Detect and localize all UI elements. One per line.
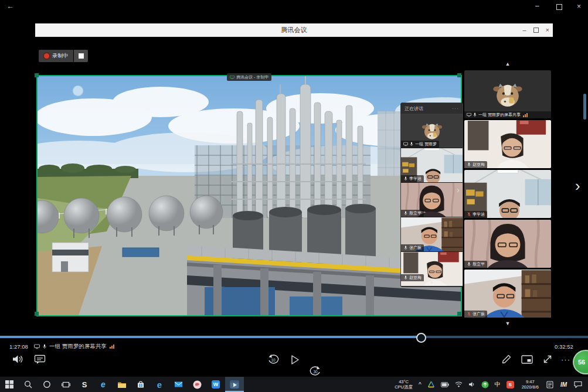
screen-share-icon (230, 75, 234, 80)
chat-bubble-icon (574, 381, 582, 388)
panel-scroll-down-icon[interactable]: ▼ (401, 280, 463, 285)
share-corner-handle (35, 73, 39, 77)
share-corner-handle (457, 73, 461, 77)
os-back-button[interactable]: ← (6, 2, 14, 11)
microsoft-store-icon[interactable] (131, 377, 150, 392)
fullscreen-button[interactable] (542, 354, 553, 364)
more-options-button[interactable]: ··· (561, 355, 570, 364)
participant-video-tile[interactable]: 李学迪 (464, 170, 551, 218)
wifi-tray-icon[interactable] (452, 377, 465, 392)
wps-icon[interactable]: W (206, 377, 225, 392)
mic-icon (403, 275, 408, 280)
share-corner-handle (457, 312, 461, 316)
mic-icon (473, 113, 477, 117)
gpu-tray-icon[interactable] (424, 377, 438, 392)
participant-name: 一组 贾雨梦的屏幕共享 (478, 112, 521, 118)
mic-muted-icon (467, 212, 471, 217)
mic-icon (403, 246, 408, 250)
sidebar-scroll-up-icon[interactable]: ▲ (464, 61, 551, 67)
pink-circle-icon (193, 380, 202, 389)
mic-icon (409, 142, 414, 146)
wifi-icon (455, 381, 463, 387)
mic-icon (403, 176, 408, 181)
stop-icon (79, 53, 84, 59)
internet-explorer-icon[interactable]: e (94, 377, 113, 392)
participant-video-tile[interactable]: 赵亚梅 ▼ (401, 252, 463, 287)
floating-badge[interactable]: 56 (573, 350, 588, 374)
start-button[interactable] (0, 377, 19, 392)
file-explorer-icon[interactable] (113, 377, 131, 392)
participant-video-tile[interactable]: 张广振 (401, 217, 463, 252)
notes-tray-icon[interactable] (543, 377, 556, 392)
os-close-button[interactable]: × (577, 2, 581, 11)
mail-icon[interactable] (169, 377, 188, 392)
s-app-icon[interactable]: S (75, 377, 94, 392)
sogou-tray-icon[interactable]: S (504, 377, 517, 392)
player-app-icon (230, 380, 239, 389)
volume-tray-icon[interactable] (465, 377, 478, 392)
cpu-temperature[interactable]: 43°C CPU温度 (392, 377, 416, 392)
participant-video-tile[interactable]: 张广振 (464, 270, 551, 318)
taskbar-search-button[interactable] (19, 377, 38, 392)
progress-knob[interactable] (416, 333, 426, 343)
os-maximize-icon[interactable] (556, 4, 562, 10)
participant-video-tile[interactable]: 赵亚梅 (464, 120, 551, 168)
tray-expand-button[interactable]: ^ (416, 377, 424, 392)
progress-bar-remaining[interactable] (420, 336, 588, 338)
edge-icon[interactable]: e (150, 377, 169, 392)
task-view-button[interactable] (56, 377, 75, 392)
app-restore-button[interactable] (533, 28, 539, 33)
task-view-icon (62, 381, 70, 388)
participant-label: 李学迪 (401, 175, 424, 182)
speaking-panel-title: 正在讲话 (405, 105, 423, 112)
cortana-icon (43, 380, 51, 388)
cow-avatar (492, 79, 523, 110)
taskbar-clock[interactable]: 9:47 2020/8/6 (517, 377, 543, 392)
scrollbar-thumb[interactable] (583, 94, 586, 120)
os-minimize-button[interactable]: – (535, 2, 539, 10)
green-tray-icon[interactable] (478, 377, 492, 392)
progress-bar-elapsed[interactable] (0, 336, 420, 338)
speaking-panel[interactable]: 正在讲话 ··· 一组 贾雨梦 李学迪 殷立平 张广振 (400, 103, 463, 287)
share-source-tile[interactable]: 一组 贾雨梦的屏幕共享 (464, 70, 551, 118)
speaking-panel-more-icon[interactable]: ··· (452, 105, 459, 111)
participant-name: 殷立平 (473, 261, 485, 267)
battery-tray-icon[interactable] (438, 377, 452, 392)
chat-tray-icon[interactable]: 3 (571, 377, 588, 392)
participant-label: 殷立平 (464, 261, 487, 268)
shared-screen-view[interactable] (36, 75, 462, 316)
app-minimize-button[interactable]: – (522, 26, 526, 33)
chat-button[interactable] (34, 354, 46, 364)
video-player-icon[interactable] (225, 377, 244, 392)
participant-video-tile[interactable]: 李学迪 (401, 148, 463, 183)
rewind-10-button[interactable]: 10 (267, 354, 280, 366)
app-title: 腾讯会议 (281, 26, 307, 35)
pencil-icon (501, 354, 512, 364)
participant-video-tile[interactable]: 殷立平 (464, 220, 551, 268)
participant-name: 殷立平 (409, 210, 422, 216)
ime-indicator[interactable]: 中 (492, 377, 504, 392)
play-icon (290, 354, 300, 366)
speaker-avatar-tile[interactable]: 一组 贾雨梦 (401, 114, 463, 148)
stop-recording-button[interactable] (74, 50, 88, 62)
next-page-chevron[interactable]: › (575, 177, 580, 195)
round-pink-app-icon[interactable] (188, 377, 206, 392)
participants-sidebar: ▲ 一组 贾雨梦的屏幕共享 赵亚梅 李学迪 殷立平 (464, 61, 551, 67)
play-button[interactable] (290, 354, 300, 366)
im-tray-icon[interactable]: IM (556, 377, 571, 392)
volume-button[interactable] (12, 354, 23, 364)
recording-label: 录制中 (52, 52, 68, 60)
participant-video-tile[interactable]: 殷立平 (401, 183, 463, 217)
pip-button[interactable] (521, 355, 533, 364)
record-dot-icon (44, 53, 49, 59)
participant-label: 赵亚梅 (464, 161, 487, 168)
app-close-button[interactable]: × (546, 26, 549, 33)
participant-name: 张广振 (473, 311, 485, 317)
envelope-icon (174, 381, 183, 388)
panel-expand-chevron[interactable]: › (457, 185, 460, 195)
cortana-button[interactable] (38, 377, 56, 392)
forward-30-button[interactable]: 30 (309, 366, 322, 377)
annotate-button[interactable] (501, 354, 512, 364)
speaking-panel-header[interactable]: 正在讲话 ··· (401, 103, 463, 114)
sidebar-scroll-down-icon[interactable]: ▼ (464, 321, 551, 326)
